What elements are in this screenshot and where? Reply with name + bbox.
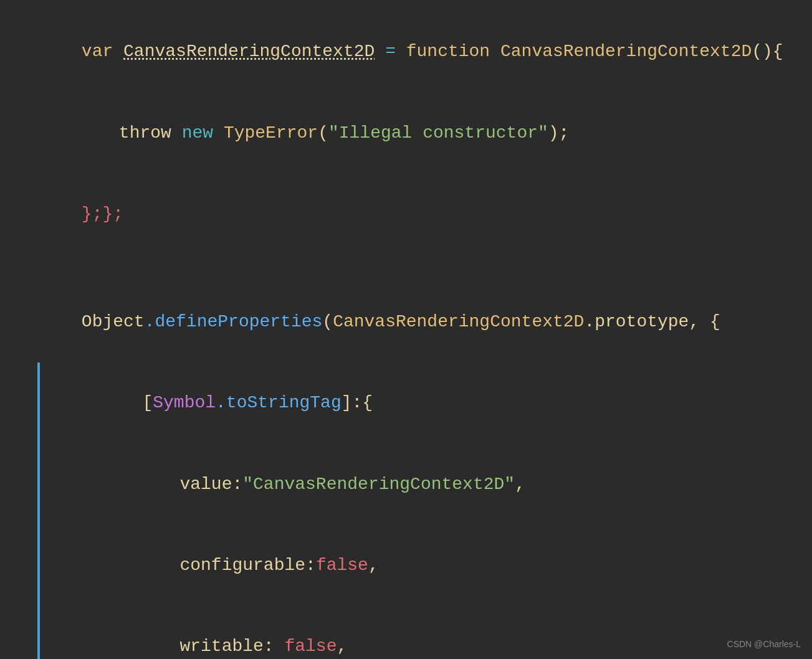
kw-var-1: var [82,42,113,61]
obj-2: Object [82,312,145,331]
line-2-4: configurable:false, [40,524,793,605]
line-2-3: value:"CanvasRenderingContext2D", [40,443,793,524]
kw-function-1: function [406,42,490,61]
var-name-1: CanvasRenderingContext2D [123,42,375,61]
val-false-2a: false [316,556,368,575]
line-2-2: [Symbol.toStringTag]:{ [40,363,793,443]
string-1: "Illegal constructor" [328,123,548,143]
val-false-2b: false [284,637,337,656]
prop-configurable-2: configurable [179,556,305,575]
line-1-3: };}; [19,173,793,254]
kw-throw-1: throw [119,123,171,143]
line-2-5: writable: false, [40,606,793,659]
empty-1 [0,255,812,282]
code-block-1: var CanvasRenderingContext2D = function … [0,11,812,255]
line-2-1: Object.defineProperties(CanvasRenderingC… [19,282,793,363]
symbol-2: Symbol [153,393,216,412]
code-block-2: Object.defineProperties(CanvasRenderingC… [0,282,812,659]
watermark: CSDN @Charles-L [727,638,801,652]
line-1-2: throw new TypeError("Illegal constructor… [19,92,793,173]
bordered-block-2: [Symbol.toStringTag]:{ value:"CanvasRend… [37,363,793,659]
code-container: var CanvasRenderingContext2D = function … [0,0,812,659]
line-1-1: var CanvasRenderingContext2D = function … [19,11,793,92]
error-type-1: TypeError [224,123,318,143]
classname-2: CanvasRenderingContext2D [333,312,584,331]
func-name-1: CanvasRenderingContext2D [500,42,752,61]
prop-value-2: value [179,475,232,494]
method-2: .defineProperties [145,312,323,331]
string-2: "CanvasRenderingContext2D" [242,475,515,494]
prop-writable-2: writable [179,637,263,656]
kw-new-1: new [182,123,213,143]
proto-2: .prototype [584,312,689,331]
